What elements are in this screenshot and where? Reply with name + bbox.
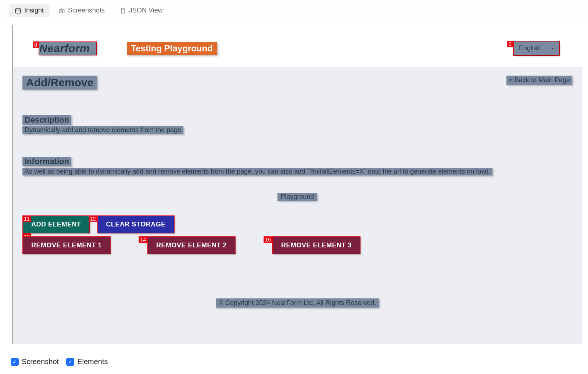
bottom-bar: ✓ Screenshot ✓ Elements bbox=[6, 357, 108, 366]
divider-line bbox=[322, 197, 572, 197]
playground-divider: Playground bbox=[22, 193, 572, 201]
language-overlay: 2 English ▾ bbox=[513, 41, 560, 56]
description-text: Dynamically add and remove elements from… bbox=[22, 126, 183, 134]
overlay-index: 14 bbox=[139, 236, 147, 243]
tab-insight[interactable]: Insight bbox=[9, 4, 50, 17]
overlay-index: 12 bbox=[89, 215, 97, 222]
page-header: 0 Nearform_ Testing Playground 2 English… bbox=[13, 25, 582, 67]
viewport-area: 0 Nearform_ Testing Playground 2 English… bbox=[6, 21, 582, 370]
svg-rect-0 bbox=[15, 8, 21, 13]
brand-overlay: 0 Nearform_ bbox=[39, 41, 97, 55]
clear-storage-button[interactable]: CLEAR STORAGE bbox=[98, 216, 174, 233]
tab-screenshots[interactable]: Screenshots bbox=[53, 4, 111, 17]
remove1-overlay: REMOVE ELEMENT 1 bbox=[22, 236, 111, 254]
screenshot-label: Screenshot bbox=[22, 357, 59, 366]
check-icon: ✓ bbox=[66, 358, 74, 366]
top-toolbar: Insight Screenshots JSON View bbox=[0, 0, 588, 21]
screenshot-checkbox[interactable]: ✓ Screenshot bbox=[11, 357, 59, 366]
check-icon: ✓ bbox=[11, 358, 19, 366]
file-icon bbox=[119, 7, 126, 14]
overlay-index: 11 bbox=[22, 215, 31, 222]
information-heading: Information bbox=[22, 157, 71, 166]
app-name: Testing Playground bbox=[127, 42, 217, 55]
remove-button-row: REMOVE ELEMENT 1 14 REMOVE ELEMENT 2 15 … bbox=[22, 236, 572, 254]
brand-logo[interactable]: Nearform_ bbox=[39, 42, 96, 55]
footer-row: © Copyright 2024 NearForm Ltd. All Right… bbox=[22, 298, 572, 308]
divider-line bbox=[22, 197, 272, 197]
remove2-overlay: 14 REMOVE ELEMENT 2 bbox=[147, 236, 236, 254]
elements-label: Elements bbox=[77, 357, 108, 366]
overlay-index: 0 bbox=[33, 41, 39, 48]
elements-checkbox[interactable]: ✓ Elements bbox=[66, 357, 108, 366]
page-title: Add/Remove bbox=[22, 76, 97, 90]
remove3-overlay: 15 REMOVE ELEMENT 3 bbox=[272, 236, 361, 254]
calendar-icon bbox=[15, 7, 21, 14]
content-panel: < Back to Main Page Add/Remove Descripti… bbox=[13, 67, 582, 344]
camera-icon bbox=[58, 7, 65, 14]
back-link[interactable]: < Back to Main Page bbox=[506, 76, 572, 85]
copyright-footer: © Copyright 2024 NearForm Ltd. All Right… bbox=[216, 298, 379, 308]
remove-element-button[interactable]: REMOVE ELEMENT 3 bbox=[273, 237, 360, 254]
chevron-down-icon: ▾ bbox=[552, 46, 554, 51]
overlay-index: 15 bbox=[263, 236, 272, 243]
action-button-row: 11 13 ADD ELEMENT 12 CLEAR STORAGE bbox=[22, 215, 572, 233]
vertical-divider bbox=[112, 43, 112, 54]
information-text: As well as being able to dynamically add… bbox=[22, 168, 492, 175]
overlay-index: 2 bbox=[507, 41, 513, 47]
screenshot-frame: 0 Nearform_ Testing Playground 2 English… bbox=[12, 25, 582, 344]
remove-element-button[interactable]: REMOVE ELEMENT 1 bbox=[23, 237, 110, 254]
clear-overlay: 12 CLEAR STORAGE bbox=[97, 215, 175, 233]
remove-element-button[interactable]: REMOVE ELEMENT 2 bbox=[148, 237, 235, 254]
tab-json-view[interactable]: JSON View bbox=[114, 4, 169, 17]
tab-label: JSON View bbox=[129, 7, 163, 14]
description-heading: Description bbox=[22, 115, 71, 125]
svg-point-2 bbox=[61, 10, 62, 12]
playground-label: Playground bbox=[277, 193, 317, 201]
tab-label: Screenshots bbox=[68, 7, 105, 14]
tab-label: Insight bbox=[24, 7, 44, 14]
add-overlay: 11 13 ADD ELEMENT bbox=[22, 215, 90, 233]
language-select[interactable]: English ▾ bbox=[514, 41, 559, 55]
add-element-button[interactable]: ADD ELEMENT bbox=[23, 216, 89, 233]
language-value: English bbox=[519, 44, 541, 52]
